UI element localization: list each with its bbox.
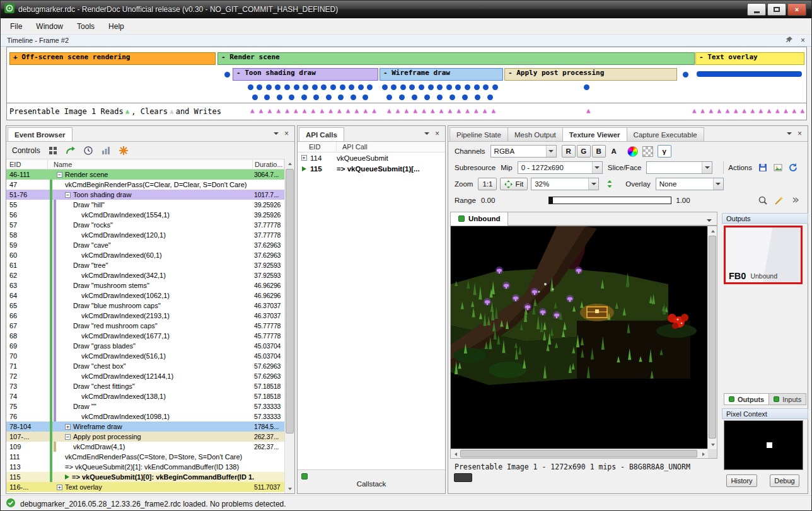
- draw-event-dot[interactable]: [412, 95, 417, 100]
- write-usage-triangle[interactable]: ▲: [717, 106, 722, 115]
- minimize-button[interactable]: [747, 3, 766, 16]
- draw-event-dot[interactable]: [428, 84, 434, 90]
- texture-vscrollbar[interactable]: [707, 226, 717, 449]
- channel-a-button[interactable]: A: [607, 145, 621, 158]
- expander-icon[interactable]: −: [65, 434, 71, 440]
- timeline-marker[interactable]: + Off-screen scene rendering: [9, 52, 216, 65]
- scroll-up-icon[interactable]: [708, 226, 717, 236]
- write-usage-triangle[interactable]: ▲: [431, 106, 435, 115]
- write-usage-triangle[interactable]: ▲: [692, 106, 697, 115]
- write-usage-triangle[interactable]: ▲: [492, 106, 496, 115]
- event-row[interactable]: 116-...+Text overlay511.7037: [6, 482, 286, 492]
- maximize-button[interactable]: [767, 3, 786, 16]
- event-row[interactable]: 70vkCmdDrawIndexed(516,1)45.03704: [6, 351, 286, 361]
- draw-event-dot[interactable]: [358, 84, 364, 90]
- overlay-select[interactable]: None: [656, 178, 724, 190]
- write-usage-triangle[interactable]: ▲: [709, 106, 713, 115]
- draw-event-dot[interactable]: [446, 84, 452, 90]
- write-usage-triangle[interactable]: ▲: [346, 106, 351, 115]
- range-max-value[interactable]: 1.00: [676, 197, 690, 204]
- event-row[interactable]: 64vkCmdDrawIndexed(1062,1)46.96296: [6, 290, 286, 301]
- menu-window[interactable]: Window: [29, 19, 70, 34]
- draw-event-dot[interactable]: [437, 95, 443, 100]
- write-usage-triangle[interactable]: ▲: [586, 106, 591, 115]
- event-row[interactable]: 109vkCmdDraw(4,1)262.37...: [6, 442, 286, 452]
- texture-image[interactable]: [451, 226, 708, 449]
- timeline-close-icon[interactable]: ×: [801, 37, 805, 44]
- event-row[interactable]: 59Draw "cave"37.62963: [6, 240, 286, 250]
- debug-button[interactable]: Debug: [770, 474, 799, 487]
- event-row[interactable]: 73Draw "chest fittings"57.18518: [6, 381, 286, 391]
- expander-icon[interactable]: −: [57, 172, 62, 178]
- draw-event-dot[interactable]: [362, 95, 368, 100]
- event-row[interactable]: 63Draw "mushroom stems"46.96296: [6, 280, 286, 290]
- event-row[interactable]: 68vkCmdDrawIndexed(1677,1)45.77778: [6, 331, 286, 341]
- event-row[interactable]: 65Draw "blue mushroom caps"46.37037: [6, 301, 286, 311]
- event-row[interactable]: 61Draw "tree"37.92593: [6, 260, 286, 270]
- event-row[interactable]: 75Draw ""57.33333: [6, 401, 286, 411]
- event-row[interactable]: 56vkCmdDrawIndexed(1554,1)39.25926: [6, 210, 286, 220]
- draw-event-dot[interactable]: [483, 84, 489, 90]
- event-row[interactable]: 51-76−Toon shading draw1017.7...: [6, 190, 286, 200]
- draw-event-dot[interactable]: [391, 84, 397, 90]
- event-row[interactable]: 74vkCmdDrawIndexed(138,1)57.18518: [6, 391, 286, 401]
- expander-icon[interactable]: +: [57, 485, 62, 490]
- draw-event-dot[interactable]: [312, 84, 318, 90]
- draw-event-dot[interactable]: [275, 84, 281, 90]
- refresh-icon[interactable]: [787, 162, 799, 173]
- scroll-left-icon[interactable]: [451, 449, 460, 459]
- write-usage-triangle[interactable]: ▲: [801, 106, 805, 115]
- timeline-marker[interactable]: - Wireframe draw: [380, 68, 503, 81]
- zoom-fit-button[interactable]: Fit: [500, 178, 528, 190]
- channels-select[interactable]: RGBA: [490, 145, 557, 158]
- jump-to-event-icon[interactable]: [65, 145, 76, 156]
- tab-capture-executable[interactable]: Capture Executable: [627, 127, 704, 141]
- event-row[interactable]: 60vkCmdDrawIndexed(60,1)37.62963: [6, 250, 286, 260]
- gamma-button[interactable]: γ: [658, 145, 671, 158]
- draw-event-dot[interactable]: [382, 84, 388, 90]
- draw-event-dot[interactable]: [266, 84, 272, 90]
- draw-event-dot[interactable]: [303, 84, 308, 90]
- column-eid[interactable]: EID: [6, 159, 48, 169]
- write-usage-triangle[interactable]: ▲: [456, 106, 461, 115]
- texture-list-chevron-icon[interactable]: [707, 213, 717, 224]
- menu-help[interactable]: Help: [102, 19, 131, 34]
- event-row[interactable]: 71Draw "chest box"57.62963: [6, 361, 286, 371]
- tab-unbound-texture[interactable]: Unbound: [451, 212, 508, 226]
- close-icon[interactable]: ×: [284, 130, 289, 137]
- pixel-context-view[interactable]: [724, 420, 803, 470]
- column-duration[interactable]: Duratio...: [253, 159, 284, 169]
- timeline-panel[interactable]: Presentable Image 1 Reads ▲ , Clears ▲ a…: [6, 47, 807, 120]
- draw-event-dot[interactable]: [330, 84, 336, 90]
- column-name[interactable]: Name: [48, 159, 253, 169]
- write-usage-triangle[interactable]: ▲: [439, 106, 444, 115]
- draw-event-dot[interactable]: [321, 84, 327, 90]
- tab-api-calls[interactable]: API Calls: [299, 127, 344, 141]
- zoom-range-icon[interactable]: [757, 195, 768, 206]
- chevron-down-icon[interactable]: [424, 132, 429, 135]
- fb0-thumbnail[interactable]: FB0 Unbound: [724, 226, 803, 284]
- write-usage-triangle[interactable]: ▲: [775, 106, 780, 115]
- scroll-right-icon[interactable]: [699, 449, 708, 459]
- write-usage-triangle[interactable]: ▲: [363, 106, 368, 115]
- write-usage-triangle[interactable]: ▲: [742, 106, 746, 115]
- event-row[interactable]: 47vkCmdBeginRenderPass(C=Clear, D=Clear,…: [6, 180, 286, 190]
- range-slider[interactable]: [548, 197, 671, 204]
- tab-pipeline-state[interactable]: Pipeline State: [450, 127, 508, 141]
- write-usage-triangle[interactable]: ▲: [474, 106, 478, 115]
- draw-event-dot[interactable]: [683, 72, 688, 78]
- texture-hscrollbar[interactable]: [451, 449, 708, 458]
- channel-b-button[interactable]: B: [592, 145, 606, 158]
- draw-event-dot[interactable]: [294, 84, 299, 90]
- event-row[interactable]: 76vkCmdDrawIndexed(1098,1)57.33333: [6, 411, 286, 422]
- range-handle[interactable]: [549, 197, 553, 204]
- close-icon[interactable]: ×: [435, 130, 439, 137]
- tab-texture-viewer[interactable]: Texture Viewer: [562, 127, 627, 141]
- close-button[interactable]: ×: [787, 3, 806, 16]
- write-usage-triangle[interactable]: ▲: [784, 106, 788, 115]
- event-row[interactable]: 72vkCmdDrawIndexed(12144,1)57.62963: [6, 371, 286, 381]
- background-checker-icon[interactable]: [642, 146, 653, 157]
- api-call-row[interactable]: 115=> vkQueueSubmit(1)[...: [298, 163, 445, 174]
- draw-event-dot[interactable]: [252, 95, 258, 100]
- close-icon[interactable]: ×: [798, 130, 802, 137]
